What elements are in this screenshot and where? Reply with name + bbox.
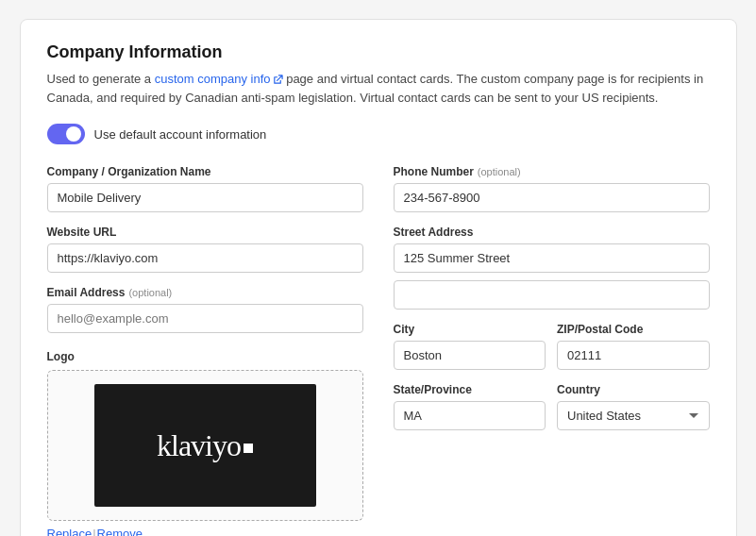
street-label: Street Address [394, 226, 710, 239]
logo-image: klaviyo [94, 384, 316, 507]
logo-actions: Replace|Remove [47, 527, 363, 536]
logo-replace-link[interactable]: Replace [47, 527, 92, 536]
toggle-track[interactable] [47, 124, 85, 144]
right-column: Phone Number(optional) Street Address Ci… [394, 165, 710, 536]
default-account-toggle[interactable] [47, 124, 85, 144]
street2-input[interactable] [394, 280, 710, 310]
page-title: Company Information [47, 42, 710, 62]
toggle-thumb [66, 126, 81, 142]
company-info-card: Company Information Used to generate a c… [20, 19, 737, 536]
street-input[interactable] [394, 243, 710, 273]
logo-section: Logo klaviyo Replace|Remove [47, 350, 363, 536]
email-label: Email Address(optional) [47, 286, 363, 299]
country-select[interactable]: United States Canada [557, 401, 710, 430]
logo-cursor [244, 444, 253, 453]
company-name-label: Company / Organization Name [47, 165, 363, 178]
website-label: Website URL [47, 226, 363, 239]
city-zip-row: City ZIP/Postal Code [394, 323, 710, 383]
logo-label: Logo [47, 350, 363, 363]
external-link-icon [273, 75, 283, 85]
logo-brand-text: klaviyo [157, 428, 253, 463]
city-label: City [394, 323, 546, 336]
zip-input[interactable] [557, 341, 710, 370]
website-field-group: Website URL [47, 226, 363, 273]
form-grid: Company / Organization Name Website URL … [47, 165, 710, 536]
logo-remove-link[interactable]: Remove [97, 527, 143, 536]
custom-company-info-link[interactable]: custom company info [155, 72, 283, 86]
logo-dropzone[interactable]: klaviyo [47, 370, 363, 521]
toggle-label: Use default account information [94, 127, 267, 142]
email-field-group: Email Address(optional) [47, 286, 363, 333]
left-column: Company / Organization Name Website URL … [47, 165, 363, 536]
street-field-group: Street Address [394, 226, 710, 310]
description-text-1: Used to generate a [47, 72, 155, 86]
toggle-row: Use default account information [47, 124, 710, 144]
email-input[interactable] [47, 304, 363, 333]
logo-separator: | [92, 527, 95, 536]
state-field-group: State/Province [394, 383, 546, 430]
company-name-input[interactable] [47, 183, 363, 212]
zip-field-group: ZIP/Postal Code [557, 323, 710, 370]
website-input[interactable] [47, 243, 363, 273]
state-input[interactable] [394, 401, 546, 430]
company-name-field-group: Company / Organization Name [47, 165, 363, 212]
country-label: Country [557, 383, 710, 396]
state-label: State/Province [394, 383, 546, 396]
phone-field-group: Phone Number(optional) [394, 165, 710, 212]
city-input[interactable] [394, 341, 546, 370]
city-field-group: City [394, 323, 546, 370]
zip-label: ZIP/Postal Code [557, 323, 710, 336]
phone-label: Phone Number(optional) [394, 165, 710, 178]
state-country-row: State/Province Country United States Can… [394, 383, 710, 444]
phone-input[interactable] [394, 183, 710, 212]
country-field-group: Country United States Canada [557, 383, 710, 430]
description: Used to generate a custom company info p… [47, 70, 710, 107]
